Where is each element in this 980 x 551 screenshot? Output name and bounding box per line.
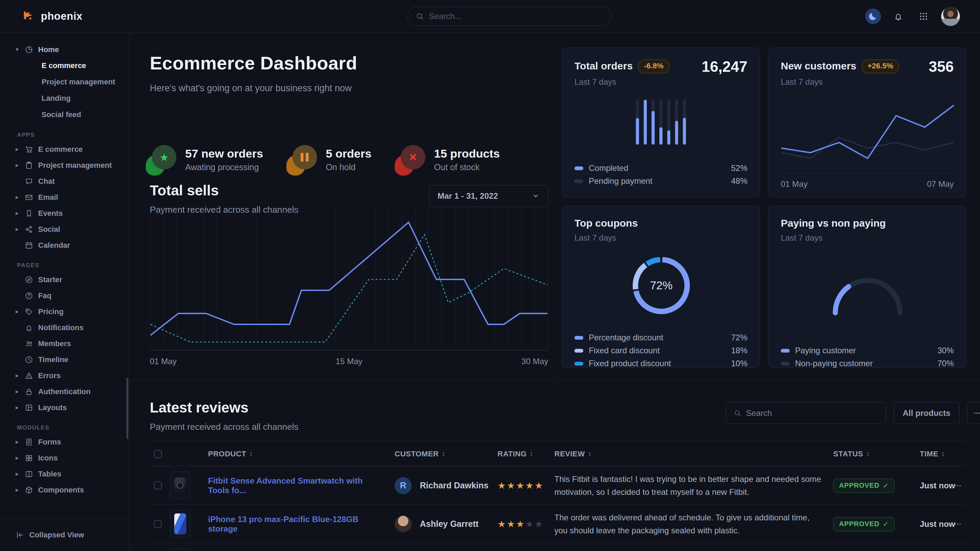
top-coupons-donut-chart: 72%: [633, 257, 690, 314]
row-checkbox[interactable]: [154, 481, 162, 489]
product-image: [170, 510, 190, 538]
stat-subtitle: Awating processing: [185, 162, 263, 172]
sidebar-item-e-commerce[interactable]: ▸ E commerce: [0, 141, 129, 157]
customer-cell: Ashley Garrett: [395, 505, 479, 543]
sidebar-item-email[interactable]: ▸ Email: [0, 189, 129, 205]
column-header-rating[interactable]: RATING ▴▾: [498, 441, 532, 467]
sidebar-item-timeline[interactable]: Timeline: [0, 352, 129, 368]
gridsm-icon: [24, 454, 33, 462]
sidebar-label: Events: [38, 209, 63, 218]
new-customers-x-axis: 01 May 07 May: [781, 173, 954, 189]
sidebar-item-members[interactable]: Members: [0, 335, 129, 352]
sort-icon[interactable]: ▴▾: [530, 451, 533, 457]
columns-icon: [24, 470, 33, 478]
sidebar-item-social[interactable]: ▸ Social: [0, 221, 129, 237]
sidebar-item-e-commerce[interactable]: E commerce: [0, 57, 129, 74]
column-header-review[interactable]: REVIEW ▴▾: [554, 441, 590, 467]
sidebar-item-icons[interactable]: ▸ Icons: [0, 450, 129, 466]
all-products-button[interactable]: All products: [894, 402, 959, 424]
sidebar-scrollbar[interactable]: [126, 378, 128, 439]
sidebar-item-chat[interactable]: Chat: [0, 173, 129, 189]
sidebar-item-tables[interactable]: ▸ Tables: [0, 466, 129, 482]
collapse-sidebar-button[interactable]: Collapsed View: [0, 519, 129, 551]
product-link[interactable]: Fitbit Sense Advanced Smartwatch with To…: [208, 476, 385, 495]
row-actions-button[interactable]: [953, 505, 962, 543]
sort-icon[interactable]: ▴▾: [442, 451, 445, 457]
star-icon: ★: [498, 519, 507, 530]
sort-icon[interactable]: ▴▾: [942, 451, 944, 457]
time-cell: Just now: [920, 466, 955, 505]
card-title: Top coupons: [574, 218, 638, 229]
status-cell: APPROVED ✓: [833, 505, 894, 543]
sort-icon[interactable]: ▴▾: [589, 451, 591, 457]
reviews-search[interactable]: [726, 402, 886, 424]
sort-icon[interactable]: ▴▾: [867, 451, 869, 457]
sidebar-label: Email: [38, 193, 58, 202]
new-customers-value: 356: [929, 58, 954, 75]
notifications-button[interactable]: [891, 8, 906, 24]
iphone-image: [174, 513, 186, 534]
legend-label: Completed: [589, 164, 628, 173]
reviews-search-input[interactable]: [746, 408, 878, 418]
sidebar-item-social-feed[interactable]: Social feed: [0, 106, 129, 123]
paying-legend: Paying customer 30% Non-paying customer …: [781, 344, 954, 370]
sidebar-item-layouts[interactable]: ▸ Layouts: [0, 400, 129, 416]
global-search-input[interactable]: [429, 11, 603, 21]
calendar-icon: [24, 241, 33, 250]
column-header-time[interactable]: TIME ▴▾: [920, 441, 944, 467]
legend-item-percentage-discount: Percentage discount 72%: [574, 331, 748, 344]
section-divider: [129, 381, 980, 381]
column-header-status[interactable]: STATUS ▴▾: [833, 441, 869, 467]
legend-swatch: [781, 362, 790, 365]
table-row-partial: [150, 543, 966, 551]
sidebar-item-starter[interactable]: Starter: [0, 272, 129, 287]
legend-label: Paying customer: [795, 346, 856, 355]
bar-fill: [636, 118, 639, 144]
search-icon: [416, 12, 424, 21]
sidebar-label: E commerce: [38, 145, 83, 154]
reviews-more-button[interactable]: [967, 402, 980, 424]
sidebar-label: Timeline: [38, 355, 68, 364]
checkbox-cell: [154, 466, 162, 505]
date-range-select[interactable]: Mar 1 - 31, 2022: [429, 185, 548, 207]
column-header-product[interactable]: PRODUCT ▴▾: [208, 441, 252, 467]
stat-subtitle: On hold: [326, 162, 372, 172]
star-icon: ★: [507, 480, 516, 491]
warning-icon: [24, 371, 33, 380]
brand-logo[interactable]: phoenix: [21, 9, 83, 24]
sidebar-item-notifications[interactable]: Notifications: [0, 319, 129, 335]
sidebar-item-forms[interactable]: ▸ Forms: [0, 434, 129, 450]
bar-fill: [652, 111, 655, 144]
sidebar-item-authentication[interactable]: ▸ Authentication: [0, 384, 129, 400]
theme-toggle-button[interactable]: [865, 8, 881, 24]
sidebar-item-landing[interactable]: Landing: [0, 90, 129, 106]
row-checkbox[interactable]: [154, 520, 162, 528]
sidebar-group-home[interactable]: ▾ Home: [0, 41, 129, 57]
sidebar-item-components[interactable]: ▸ Components: [0, 482, 129, 498]
sidebar-item-project-management[interactable]: Project management: [0, 74, 129, 90]
global-search[interactable]: [407, 7, 612, 26]
sort-icon[interactable]: ▴▾: [250, 451, 252, 457]
sidebar-label: Calendar: [38, 241, 70, 250]
donut-center-value: 72%: [650, 279, 673, 292]
star-icon: ★: [498, 480, 507, 491]
sidebar-item-faq[interactable]: Faq: [0, 287, 129, 303]
user-avatar[interactable]: [941, 7, 960, 26]
customer-avatar-photo: [395, 516, 412, 533]
sidebar-item-errors[interactable]: ▸ Errors: [0, 368, 129, 384]
legend-swatch: [574, 336, 583, 340]
sidebar-item-project-management[interactable]: ▸ Project management: [0, 157, 129, 173]
sidebar-label: Tables: [38, 470, 61, 478]
layout-icon: [24, 403, 33, 412]
review-text: The order was delivered ahead of schedul…: [554, 511, 823, 537]
sidebar-label: Components: [38, 486, 84, 494]
sidebar-item-pricing[interactable]: ▸ Pricing: [0, 303, 129, 319]
row-actions-button[interactable]: [953, 466, 962, 505]
product-link[interactable]: iPhone 13 pro max-Pacific Blue-128GB sto…: [208, 514, 385, 534]
apps-menu-button[interactable]: [916, 8, 931, 24]
users-icon: [24, 339, 33, 348]
sidebar-item-events[interactable]: ▸ Events: [0, 205, 129, 221]
select-all-checkbox[interactable]: [154, 450, 162, 458]
sidebar-item-calendar[interactable]: Calendar: [0, 237, 129, 253]
column-header-customer[interactable]: CUSTOMER ▴▾: [395, 441, 444, 467]
